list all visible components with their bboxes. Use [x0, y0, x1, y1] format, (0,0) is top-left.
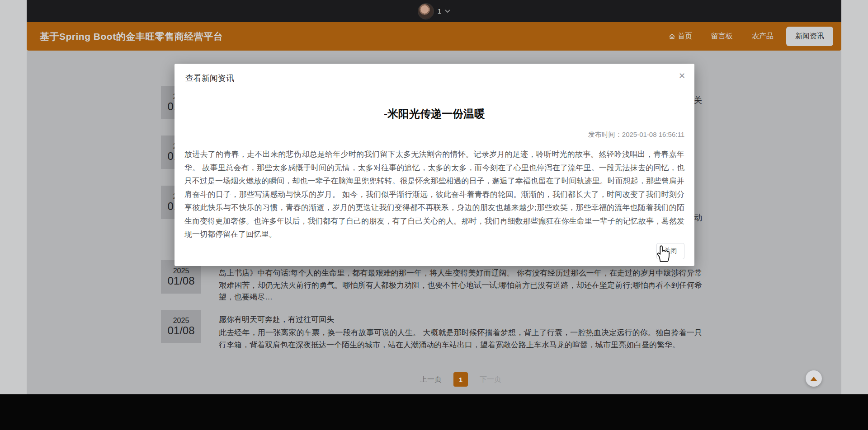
- hidden-row-text-sliver: 关: [694, 95, 702, 106]
- back-to-top-button[interactable]: [806, 370, 822, 387]
- nav-item-news[interactable]: 新闻资讯: [786, 27, 833, 46]
- nav-label-products: 农产品: [752, 32, 774, 41]
- news-date: 01/08: [167, 275, 194, 287]
- main-nav: 首页 留言板 农产品 新闻资讯: [662, 22, 833, 51]
- nav-label-news: 新闻资讯: [795, 32, 824, 41]
- news-title: -米阳光传递一份温暖: [175, 107, 694, 121]
- close-icon[interactable]: ✕: [679, 72, 685, 80]
- topbar: 1: [27, 0, 841, 22]
- user-avatar[interactable]: [418, 3, 434, 19]
- app-header: 基于Spring Boot的金丰旺零售商经营平台 首页 留言板 农产品 新闻资讯: [27, 22, 841, 51]
- dialog-title: 查看新闻资讯: [185, 73, 234, 84]
- news-year: 2025: [173, 317, 189, 325]
- nav-item-messageboard[interactable]: 留言板: [705, 28, 739, 45]
- news-date-block: 2025 01/08: [161, 310, 201, 343]
- page-footer: [0, 394, 868, 430]
- chevron-down-icon[interactable]: [445, 9, 450, 13]
- close-button[interactable]: 关闭: [656, 243, 684, 259]
- page-title: 基于Spring Boot的金丰旺零售商经营平台: [40, 30, 223, 43]
- nav-label-home: 首页: [678, 32, 692, 41]
- home-icon: [669, 33, 675, 40]
- news-year: 2025: [173, 267, 189, 275]
- arrow-up-icon: [811, 377, 817, 381]
- pagination-page-1[interactable]: 1: [453, 372, 468, 387]
- news-detail-dialog: 查看新闻资讯 ✕ -米阳光传递一份温暖 发布时间：2025-01-08 16:5…: [175, 64, 694, 266]
- news-item-excerpt: 此去经年，用一张离家的车票，换一段有故事可说的人生。 大概就是那时候怀揣着梦想，…: [219, 327, 702, 351]
- news-date: 01/08: [167, 325, 194, 337]
- news-item-title[interactable]: 愿你有明天可奔赴，有过往可回头: [219, 314, 334, 325]
- viewport: 1 基于Spring Boot的金丰旺零售商经营平台 首页 留言板 农产品 新闻…: [0, 0, 868, 430]
- user-count-label[interactable]: 1: [438, 7, 441, 15]
- pagination: 上一页 1 下一页: [379, 372, 542, 387]
- pagination-next-button[interactable]: 下一页: [480, 375, 501, 384]
- pagination-prev-button[interactable]: 上一页: [420, 375, 442, 384]
- nav-item-home[interactable]: 首页: [662, 28, 698, 45]
- news-item-excerpt: 岛上书店》中有句话:每个人的生命里，都有最艰难的那一年，将人生变得美好而辽阔。 …: [219, 267, 702, 304]
- nav-label-messageboard: 留言板: [711, 32, 733, 41]
- publish-time: 发布时间：2025-01-08 16:56:11: [588, 131, 684, 139]
- nav-item-products[interactable]: 农产品: [745, 28, 780, 45]
- news-body-text: 放进去了的青春，走不出来的悲伤却总是给年少时的我们留下太多无法割舍的情怀。记录岁…: [184, 148, 684, 241]
- hidden-row-text-sliver: 动: [694, 212, 702, 223]
